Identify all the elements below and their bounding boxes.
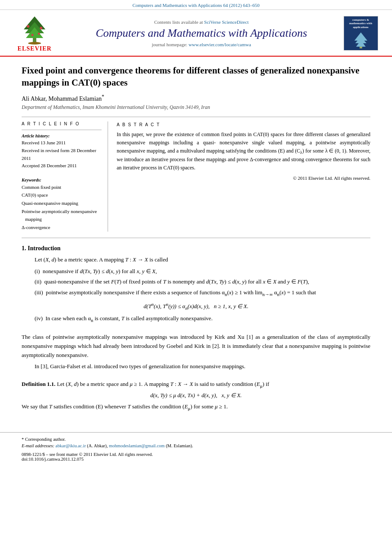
definition-1-1-title: Definition 1.1. Let (X, d) be a metric s… — [22, 381, 370, 389]
contents-text: Contents lists available at — [154, 19, 203, 25]
article-title: Fixed point and convergence theorems for… — [22, 64, 370, 89]
email-2-author: (M. Eslamian). — [166, 443, 193, 448]
divider-info — [22, 130, 102, 130]
svg-point-5 — [27, 25, 29, 28]
keyword-4: Pointwise asymptotically nonexpansive ma… — [22, 207, 102, 223]
elsevier-brand-text: ELSEVIER — [18, 45, 52, 52]
keyword-5: Δ-convergence — [22, 223, 102, 232]
svg-rect-12 — [360, 47, 362, 48]
accepted-date: Accepted 28 December 2011 — [22, 162, 102, 170]
page: Computers and Mathematics with Applicati… — [0, 0, 392, 535]
email-2-link[interactable]: mohmodeslamian@gmail.com — [109, 443, 165, 448]
cover-tree-icon — [352, 31, 370, 48]
keyword-1: Common fixed point — [22, 183, 102, 191]
svg-point-1 — [28, 42, 41, 45]
keyword-2: CAT(0) space — [22, 191, 102, 199]
article-authors: Ali Abkar, Mohammad Eslamian* — [22, 94, 370, 103]
journal-cover-image: computers & mathematics with application… — [344, 16, 378, 51]
revised-date: Received in revised form 28 December 201… — [22, 147, 102, 162]
journal-citation: Computers and Mathematics with Applicati… — [132, 3, 259, 8]
section-1-title: 1. Introduction — [22, 245, 370, 252]
email-1-author: (A. Abkar), — [87, 443, 109, 448]
abstract-column: A B S T R A C T In this paper, we prove … — [117, 121, 370, 232]
intro-para1: Let (X, d) be a metric space. A mapping … — [35, 255, 370, 264]
elsevier-logo: ELSEVIER — [9, 14, 61, 52]
footer-doi: doi:10.1016/j.camwa.2011.12.075 — [22, 457, 370, 462]
keywords-list: Common fixed point CAT(0) space Quasi-no… — [22, 183, 102, 232]
homepage-link[interactable]: www.elsevier.com/locate/camwa — [188, 42, 251, 47]
contents-line: Contents lists available at SciVerse Sci… — [65, 19, 338, 25]
keywords-title: Keywords: — [22, 178, 102, 182]
intro-para2: The class of pointwise asymptotically no… — [22, 333, 370, 360]
main-content: Fixed point and convergence theorems for… — [0, 57, 392, 424]
email-label: E-mail addresses: — [22, 443, 54, 448]
article-affiliation: Department of Mathematics, Imam Khomeini… — [22, 104, 370, 111]
svg-point-6 — [40, 27, 42, 29]
footer-issn: 0898-1221/$ – see front matter © 2011 El… — [22, 452, 153, 457]
homepage-line: journal homepage: www.elsevier.com/locat… — [65, 42, 338, 47]
journal-header: ELSEVIER Contents lists available at Sci… — [0, 10, 392, 57]
elsevier-tree-icon — [17, 14, 52, 45]
journal-cover: computers & mathematics with application… — [342, 16, 379, 51]
list-item-iii: (iii) pointwise asymptotically nonexpans… — [35, 288, 370, 298]
footnote-star: * Corresponding author. — [22, 436, 370, 443]
math-formula-1: d(Tn(x), Tn(y)) ≤ αn(x)d(x, y), n ≥ 1, x… — [22, 302, 370, 311]
homepage-text: journal homepage: — [152, 42, 187, 47]
received-date: Received 13 June 2011 — [22, 139, 102, 147]
journal-title: Computers and Mathematics with Applicati… — [65, 26, 338, 40]
svg-point-7 — [32, 34, 34, 36]
list-item-iv: (iv) In case when each αn is constant, T… — [35, 314, 370, 324]
footer-bottom: 0898-1221/$ – see front matter © 2011 El… — [22, 452, 370, 457]
keyword-3: Quasi-nonexpansive mapping — [22, 199, 102, 207]
intro-para4: We say that T satisfies condition (E) wh… — [22, 402, 370, 412]
journal-header-center: Contents lists available at SciVerse Sci… — [61, 19, 342, 47]
intro-para3: In [3], Garcia-Falset et al. introduced … — [35, 362, 370, 371]
abstract-text: In this paper, we prove the existence of… — [117, 131, 370, 172]
cover-title: computers & mathematics with application… — [346, 18, 376, 29]
article-history-title: Article history: — [22, 134, 102, 138]
sciverse-link[interactable]: SciVerse ScienceDirect — [204, 19, 249, 25]
article-info-title: A R T I C L E I N F O — [22, 121, 102, 126]
copyright-line: © 2011 Elsevier Ltd. All rights reserved… — [117, 175, 370, 182]
footnote-email: E-mail addresses: abkar@ikiu.ac.ir (A. A… — [22, 443, 370, 449]
abstract-title: A B S T R A C T — [117, 121, 370, 128]
article-info-column: A R T I C L E I N F O Article history: R… — [22, 121, 108, 232]
journal-top-bar: Computers and Mathematics with Applicati… — [0, 0, 392, 10]
svg-point-8 — [38, 33, 40, 35]
math-formula-2: d(x, Ty) ≤ μ d(x, Tx) + d(x, y), x, y ∈ … — [22, 392, 370, 399]
divider-1 — [22, 117, 370, 117]
email-1-link[interactable]: abkar@ikiu.ac.ir — [55, 443, 86, 448]
divider-2 — [22, 238, 370, 238]
page-footer: * Corresponding author. E-mail addresses… — [0, 432, 392, 466]
list-item-ii: (ii) quasi-nonexpansive if the set F(T) … — [35, 277, 370, 287]
article-info-abstract: A R T I C L E I N F O Article history: R… — [22, 121, 370, 232]
list-item-i: (i) nonexpansive if d(Tx, Ty) ≤ d(x, y) … — [35, 267, 370, 276]
authors-text: Ali Abkar, Mohammad Eslamian* — [22, 96, 104, 102]
